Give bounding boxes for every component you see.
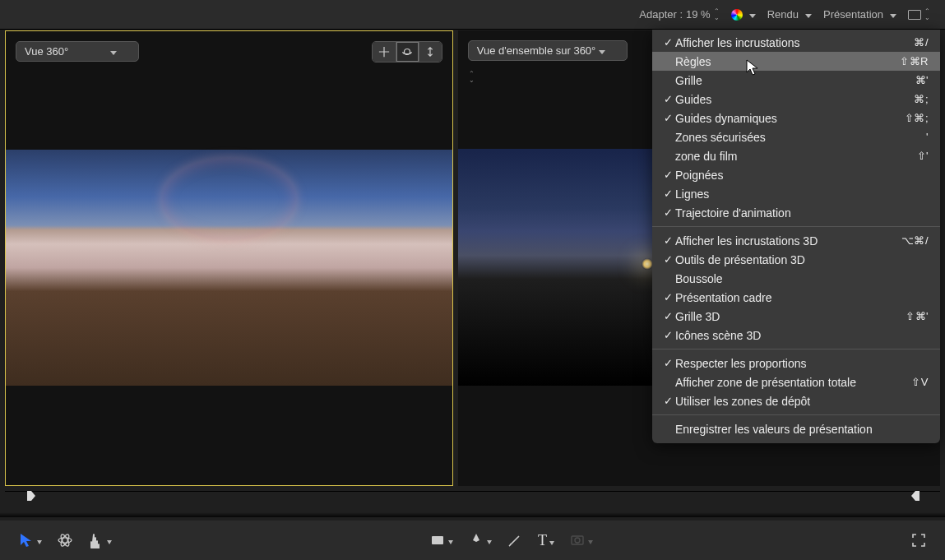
menu-item[interactable]: zone du film⇧' [652, 146, 940, 165]
main-toolbar: Adapter : 19 % Rendu Présentation [0, 0, 945, 30]
menu-item[interactable]: Grille⌘' [652, 71, 940, 90]
check-icon: ✓ [660, 395, 675, 407]
pan-tilt-button[interactable] [373, 42, 396, 62]
menu-item-shortcut: ⇧⌘R [900, 55, 929, 67]
rainbow-artifact [162, 159, 296, 240]
menu-item[interactable]: ✓Trajectoire d'animation [652, 203, 940, 222]
viewer-stepper-icon[interactable] [469, 71, 475, 84]
chevron-down-icon [595, 44, 605, 57]
check-icon: ✓ [660, 112, 675, 124]
check-icon: ✓ [660, 36, 675, 49]
menu-item-label: Outils de présentation 3D [675, 253, 929, 266]
pan-tool[interactable] [88, 532, 112, 548]
presentation-context-menu: ✓Afficher les incrustations⌘/Règles⇧⌘RGr… [652, 30, 940, 443]
menu-item[interactable]: Zones sécurisées' [652, 127, 940, 146]
shape-tool[interactable] [429, 532, 453, 548]
menu-item[interactable]: ✓Guides⌘; [652, 90, 940, 109]
menu-item-label: Icônes scène 3D [675, 329, 929, 342]
text-tool-label: T [538, 532, 547, 549]
chevron-down-icon [107, 45, 117, 58]
menu-item-label: Présentation cadre [675, 291, 929, 304]
menu-item-label: Respecter les proportions [675, 357, 929, 370]
menu-item[interactable]: ✓Respecter les proportions [652, 354, 940, 373]
viewer-layout-dropdown[interactable] [908, 8, 930, 21]
svg-point-3 [58, 538, 72, 543]
menu-item-shortcut: ⇧⌘' [906, 310, 929, 322]
menu-item[interactable]: Afficher zone de présentation totale⇧V [652, 373, 940, 391]
menu-item[interactable]: Boussole [652, 269, 940, 288]
rendu-dropdown[interactable]: Rendu [767, 8, 812, 21]
reorient-button[interactable] [419, 42, 442, 62]
camera-view-dropdown[interactable]: Vue d'ensemble sur 360° [468, 40, 628, 61]
chevron-down-icon [588, 535, 593, 547]
check-icon: ✓ [660, 206, 675, 219]
camera-view-label: Vue 360° [25, 45, 68, 58]
menu-item[interactable]: Règles⇧⌘R [652, 52, 940, 71]
menu-item[interactable]: ✓Poignées [652, 165, 940, 184]
menu-item[interactable]: ✓Outils de présentation 3D [652, 250, 940, 269]
out-marker-icon[interactable] [910, 490, 920, 502]
layout-stepper-icon [924, 8, 930, 21]
menu-item-shortcut: ⌘; [914, 93, 929, 105]
menu-item[interactable]: ✓Grille 3D⇧⌘' [652, 307, 940, 326]
check-icon: ✓ [660, 329, 675, 341]
menu-item-label: Boussole [675, 272, 929, 285]
color-channel-dropdown[interactable] [731, 8, 756, 21]
chevron-down-icon [549, 532, 554, 549]
svg-rect-6 [432, 536, 443, 544]
menu-item-label: Grille [675, 74, 915, 87]
menu-item[interactable]: ✓Afficher les incrustations⌘/ [652, 33, 940, 52]
menu-item[interactable]: ✓Guides dynamiques⇧⌘; [652, 109, 940, 127]
chevron-down-icon [107, 535, 112, 547]
svg-marker-2 [21, 534, 31, 547]
menu-item[interactable]: ✓Afficher les incrustations 3D⌥⌘/ [652, 231, 940, 250]
pen-tool[interactable] [468, 532, 492, 548]
mask-tool[interactable] [569, 532, 593, 548]
menu-item-shortcut: ⌘/ [914, 36, 929, 49]
check-icon: ✓ [660, 291, 675, 303]
mini-timeline[interactable] [5, 491, 940, 514]
menu-item-label: Afficher les incrustations [675, 36, 914, 49]
tools-toolbar: T [0, 521, 945, 560]
adapter-value: 19 % [686, 8, 711, 21]
menu-item-shortcut: ' [926, 131, 929, 143]
menu-item-label: Lignes [675, 187, 929, 201]
brush-tool[interactable] [507, 532, 523, 548]
chevron-down-icon [448, 535, 453, 547]
menu-item-label: Guides dynamiques [675, 112, 905, 125]
menu-item-shortcut: ⌘' [915, 74, 929, 86]
in-marker-icon[interactable] [26, 490, 36, 502]
menu-item[interactable]: ✓Icônes scène 3D [652, 326, 940, 345]
check-icon: ✓ [660, 234, 675, 247]
orbit-rotate-button[interactable] [396, 42, 419, 62]
menu-item[interactable]: Enregistrer les valeurs de présentation [652, 419, 940, 438]
orientation-controls [372, 41, 442, 62]
menu-item[interactable]: ✓Lignes [652, 184, 940, 203]
fullscreen-button[interactable] [910, 532, 927, 548]
menu-item-label: Grille 3D [675, 310, 906, 323]
chevron-down-icon [887, 8, 896, 21]
check-icon: ✓ [660, 253, 675, 266]
menu-item[interactable]: ✓Utiliser les zones de dépôt [652, 391, 940, 410]
check-icon: ✓ [660, 357, 675, 369]
camera-view-dropdown[interactable]: Vue 360° [16, 41, 139, 62]
rendu-label: Rendu [767, 8, 799, 21]
check-icon: ✓ [660, 169, 675, 181]
select-tool[interactable] [18, 532, 42, 548]
adapter-stepper-icon [714, 8, 720, 21]
3d-transform-tool[interactable] [57, 532, 73, 548]
adapter-label: Adapter : [639, 8, 683, 21]
color-wheel-icon [731, 9, 743, 21]
presentation-label: Présentation [823, 8, 883, 21]
menu-item-label: Guides [675, 93, 914, 106]
sun-artifact [642, 258, 653, 270]
viewer-left[interactable]: Vue 360° [5, 30, 453, 486]
adapter-control[interactable]: Adapter : 19 % [639, 8, 719, 21]
check-icon: ✓ [660, 187, 675, 200]
menu-item-label: Règles [675, 55, 900, 68]
menu-item[interactable]: ✓Présentation cadre [652, 288, 940, 307]
presentation-dropdown[interactable]: Présentation [823, 8, 896, 21]
menu-item-shortcut: ⇧' [917, 150, 929, 162]
check-icon: ✓ [660, 310, 675, 322]
text-tool[interactable]: T [538, 532, 554, 549]
